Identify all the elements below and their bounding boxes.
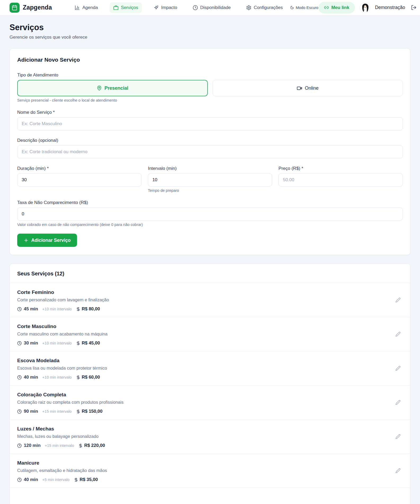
- service-type-helper: Serviço presencial - cliente escolhe o l…: [17, 98, 403, 102]
- service-price: R$ 60,00: [82, 375, 100, 380]
- service-name-group: Nome do Serviço *: [17, 110, 403, 130]
- brand: Zapgenda: [10, 3, 52, 13]
- logout-button[interactable]: [410, 4, 418, 11]
- service-price: R$ 80,00: [82, 306, 100, 312]
- dollar-icon: [78, 443, 83, 448]
- service-type-options: Presencial Online: [17, 80, 403, 96]
- pencil-icon: [395, 468, 401, 473]
- nav-item-agenda[interactable]: Agenda: [71, 2, 102, 13]
- service-description: Escova lisa ou modelada com protetor tér…: [17, 365, 392, 371]
- service-row: Escova Modelada Escova lisa ou modelada …: [10, 351, 410, 385]
- no-show-fee-label: Taxa de Não Comparecimento (R$): [17, 200, 403, 205]
- clock-icon: [17, 443, 22, 448]
- nav-item-disponibilidade[interactable]: Disponibilidade: [189, 2, 234, 13]
- service-description-label: Descrição (opcional): [17, 138, 403, 143]
- nav-item-label: Agenda: [82, 5, 98, 10]
- service-price: R$ 150,00: [82, 409, 102, 414]
- service-name: Escova Modelada: [17, 358, 392, 364]
- avatar[interactable]: [360, 2, 370, 13]
- nav-item-label: Disponibilidade: [200, 5, 231, 10]
- service-name: Manicure: [17, 460, 392, 466]
- gear-icon: [246, 5, 251, 10]
- service-row: Corte Feminino Corte personalizado com l…: [10, 283, 410, 317]
- service-meta: 120 min +15 min intervalo R$ 220,00: [17, 442, 392, 449]
- service-row: Corte Masculino Corte masculino com acab…: [10, 317, 410, 351]
- service-interval: +15 min intervalo: [42, 409, 72, 414]
- service-description: Cutilagem, esmaltação e hidratação das m…: [17, 467, 392, 473]
- dark-mode-label: Modo Escuro: [296, 6, 318, 10]
- service-row: Manicure Cutilagem, esmaltação e hidrata…: [10, 454, 410, 488]
- pencil-icon: [395, 434, 401, 439]
- nav-item-servicos[interactable]: Serviços: [110, 2, 142, 13]
- nav-item-configuracoes[interactable]: Configurações: [242, 2, 287, 13]
- bar-chart-icon: [75, 5, 80, 10]
- add-service-title: Adicionar Novo Serviço: [17, 57, 403, 63]
- no-show-fee-input[interactable]: [17, 207, 403, 221]
- service-interval: +10 min intervalo: [42, 341, 72, 345]
- main-nav: Agenda Serviços Impacto Disponibilidade …: [71, 2, 286, 13]
- duration-input[interactable]: [17, 173, 142, 187]
- add-service-card: Adicionar Novo Serviço Tipo de Atendimen…: [10, 48, 410, 255]
- edit-service-button[interactable]: [394, 398, 402, 407]
- edit-service-button[interactable]: [394, 330, 402, 338]
- nav-item-label: Impacto: [161, 5, 177, 10]
- service-description: Mechas, luzes ou balayage personalizado: [17, 433, 392, 439]
- pencil-icon: [395, 332, 401, 337]
- service-duration: 90 min: [24, 409, 38, 414]
- edit-service-button[interactable]: [394, 432, 402, 441]
- type-option-label: Presencial: [105, 85, 128, 91]
- service-meta: 40 min +10 min intervalo R$ 60,00: [17, 374, 392, 380]
- service-interval: +10 min intervalo: [42, 307, 72, 311]
- service-description-input[interactable]: [17, 145, 403, 158]
- nav-item-impacto[interactable]: Impacto: [150, 2, 181, 13]
- dollar-icon: [76, 341, 80, 346]
- add-service-button-label: Adicionar Serviço: [31, 238, 71, 243]
- service-price: R$ 45,00: [82, 340, 100, 346]
- add-service-button[interactable]: Adicionar Serviço: [17, 234, 77, 247]
- map-pin-icon: [97, 85, 102, 91]
- top-navigation-bar: Zapgenda Agenda Serviços Impacto Disponi…: [0, 0, 420, 15]
- my-link-label: Meu link: [331, 5, 349, 10]
- service-description-group: Descrição (opcional): [17, 138, 403, 158]
- service-meta: 30 min +10 min intervalo R$ 45,00: [17, 340, 392, 346]
- services-list-header: Seus Serviços (12): [10, 264, 410, 283]
- brand-name: Zapgenda: [23, 4, 52, 11]
- pencil-icon: [395, 366, 401, 371]
- link-icon: [324, 5, 329, 10]
- edit-service-button[interactable]: [394, 296, 402, 304]
- avatar-image: [360, 3, 370, 13]
- service-interval: +10 min intervalo: [42, 375, 72, 379]
- clock-icon: [17, 341, 22, 346]
- interval-group: Intervalo (min) Tempo de preparo: [148, 166, 272, 193]
- type-option-presencial[interactable]: Presencial: [17, 80, 208, 96]
- service-name: Luzes / Mechas: [17, 426, 392, 432]
- logout-icon: [411, 5, 417, 10]
- service-name-input[interactable]: [17, 117, 403, 130]
- nav-item-label: Configurações: [254, 5, 283, 10]
- calendar-logo-icon: [10, 3, 20, 13]
- edit-service-button[interactable]: [394, 466, 402, 475]
- dark-mode-toggle[interactable]: Modo Escuro: [290, 6, 318, 10]
- pencil-icon: [395, 400, 401, 405]
- service-price: R$ 220,00: [84, 443, 105, 448]
- price-input[interactable]: [278, 173, 403, 187]
- clock-icon: [17, 409, 22, 414]
- interval-input[interactable]: [148, 173, 272, 187]
- service-name: Corte Masculino: [17, 324, 392, 329]
- price-label: Preço (R$) *: [278, 166, 403, 171]
- header-right-cluster: Meu link Demonstração: [318, 2, 418, 13]
- service-duration: 45 min: [24, 306, 38, 312]
- clock-icon: [17, 307, 22, 311]
- interval-label: Intervalo (min): [148, 166, 272, 171]
- page-subtitle: Gerencie os serviços que você oferece: [10, 35, 410, 40]
- edit-service-button[interactable]: [394, 364, 402, 373]
- service-meta: 45 min +10 min intervalo R$ 80,00: [17, 306, 392, 312]
- service-meta: 90 min +15 min intervalo R$ 150,00: [17, 408, 392, 415]
- type-option-online[interactable]: Online: [213, 80, 403, 96]
- nav-item-label: Serviços: [121, 5, 138, 10]
- clock-icon: [17, 478, 22, 482]
- my-link-button[interactable]: Meu link: [318, 2, 355, 13]
- sparkles-icon: [153, 5, 159, 10]
- dollar-icon: [74, 478, 78, 482]
- type-option-label: Online: [305, 85, 319, 91]
